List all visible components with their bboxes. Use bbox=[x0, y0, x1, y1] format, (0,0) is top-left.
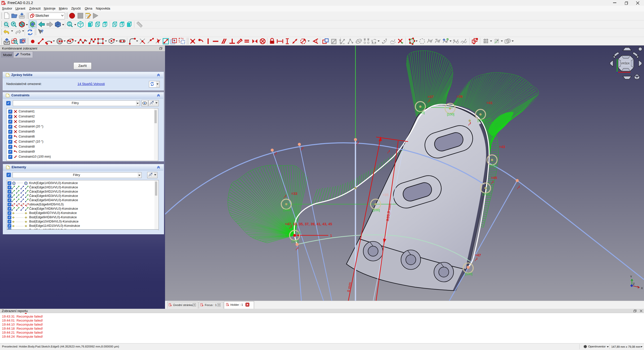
svg-text:=39: =39 bbox=[457, 95, 463, 99]
svg-text:[100]: [100] bbox=[373, 208, 380, 212]
svg-text:[100]: [100] bbox=[283, 208, 291, 212]
svg-text:?: ? bbox=[41, 29, 44, 34]
svg-text:=33: =33 bbox=[291, 192, 297, 196]
svg-text:Y: Y bbox=[630, 275, 632, 278]
svg-text:=47: =47 bbox=[475, 253, 481, 257]
svg-text:X: X bbox=[641, 287, 643, 290]
svg-text:(4): (4) bbox=[297, 231, 301, 235]
svg-text:VRŠEK: VRŠEK bbox=[621, 62, 630, 65]
svg-text:=41: =41 bbox=[487, 101, 493, 105]
svg-text:[100]: [100] bbox=[292, 239, 299, 243]
svg-text:=35: =35 bbox=[383, 193, 389, 197]
svg-text:=43: =43 bbox=[499, 145, 505, 149]
svg-text:[100]: [100] bbox=[482, 192, 490, 196]
svg-text:1: 1 bbox=[330, 233, 332, 238]
svg-text:Z: Z bbox=[633, 282, 635, 285]
svg-text:=45: =45 bbox=[491, 176, 497, 180]
svg-text:[100]: [100] bbox=[447, 112, 454, 116]
svg-text:=37: =37 bbox=[428, 95, 434, 99]
svg-text:[100]: [100] bbox=[489, 164, 496, 168]
svg-text:[100]: [100] bbox=[465, 272, 472, 276]
svg-text:=47, 33, 35, 37, 39, 41, 43, 4: =47, 33, 35, 37, 39, 41, 43, 45 bbox=[285, 222, 332, 226]
svg-text:[100]: [100] bbox=[417, 111, 425, 114]
svg-text:[100]: [100] bbox=[477, 118, 485, 122]
